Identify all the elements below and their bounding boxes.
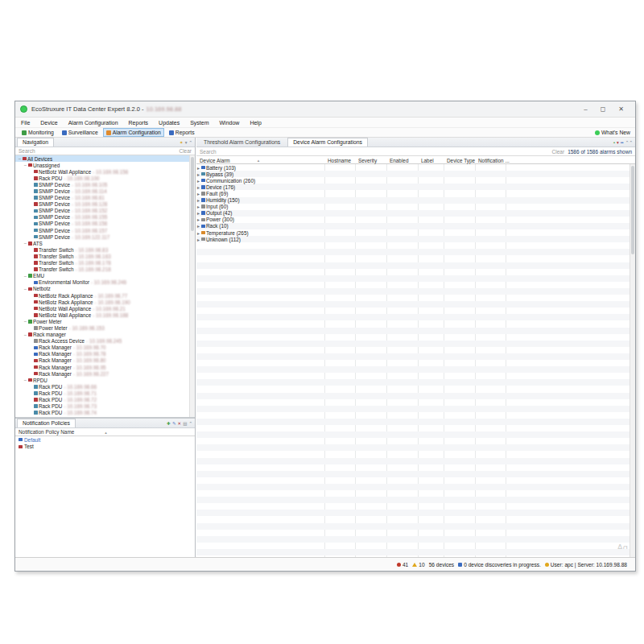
tree-item-snmp-device[interactable]: SNMP Device- 10.169.98.157 [15,227,195,233]
tree-item-rack-pdu[interactable]: Rack PDU- 10.169.98.71 [15,390,195,396]
notification-policy-row-default[interactable]: Default [15,436,195,444]
tree-item-rack-pdu[interactable]: Rack PDU- 10.169.98.72 [15,396,195,402]
collapse-icon[interactable]: − [23,332,27,337]
column-header-device-alarm[interactable]: Device Alarm▴ [200,156,259,164]
notification-policy-row-test[interactable]: Test [15,444,195,451]
alarm-category-battery[interactable]: ▸Battery (103) [196,164,236,171]
column-header-enabled[interactable]: Enabled [390,156,408,164]
perspective-monitoring[interactable]: Monitoring [19,128,57,137]
alarm-action-blue-icon[interactable]: ▪▪ [621,140,624,145]
tree-item-snmp-device[interactable]: SNMP Device- 10.169.122.117 [15,233,195,240]
column-header-device-type[interactable]: Device Type [447,156,475,164]
tree-item-netbotz-rack-appliance[interactable]: NetBotz Rack Appliance- 10.169.98.77 [15,292,195,299]
collapse-icon[interactable]: − [18,156,22,161]
tree-item-rack-manager[interactable]: −Rack manager [15,332,195,338]
tree-item-rack-pdu[interactable]: Rack PDU- 10.169.98.74 [15,410,195,416]
tree-item-power-meter[interactable]: −Power Meter [15,318,195,324]
navigation-scrollbar-thumb[interactable] [191,157,194,231]
alarm-scrollbar-thumb[interactable] [631,166,634,254]
perspective-alarm-configuration[interactable]: Alarm Configuration [103,128,164,137]
column-header-notification[interactable]: Notification ... [478,156,510,164]
tree-item-rack-manager[interactable]: Rack Manager- 10.169.98.227 [15,370,195,377]
tree-item-transfer-switch[interactable]: Transfer Switch- 10.169.98.178 [15,260,195,266]
tree-item-snmp-device[interactable]: SNMP Device- 10.169.98.156 [15,221,195,227]
menu-reports[interactable]: Reports [127,119,151,126]
expand-icon[interactable]: ▸ [196,191,200,196]
tree-item-unassigned[interactable]: −Unassigned [15,162,195,168]
expand-icon[interactable]: ▸ [196,210,200,216]
tree-item-netbotz-wall-appliance[interactable]: NetBotz Wall Appliance- 10.169.98.188 [15,312,195,318]
tree-item-environmental-monitor[interactable]: Environmental Monitor- 10.169.98.246 [15,279,195,286]
alarm-action-red-icon[interactable]: ▾ [617,140,619,145]
tree-item-snmp-device[interactable]: SNMP Device- 10.169.98.105 [15,181,195,188]
expand-icon[interactable]: ▸ [196,204,200,209]
tree-item-power-meter[interactable]: Power Meter- 10.169.98.153 [15,324,195,331]
alarm-category-power[interactable]: ▸Power (300) [196,217,234,223]
tree-item-snmp-device[interactable]: SNMP Device- 10.169.98.128 [15,201,195,208]
tree-item-rack-pdu[interactable]: Rack PDU- 10.169.98.73 [15,403,195,410]
tab-device-alarm-configurations[interactable]: Device Alarm Configurations [287,138,368,147]
alarm-search-input[interactable]: Search [200,149,217,155]
alarm-category-output[interactable]: ▸Output (42) [196,210,232,217]
alarm-category-rack[interactable]: ▸Rack (10) [196,223,229,229]
menu-system[interactable]: System [188,119,210,126]
minimize-panel-icon[interactable]: ▾ [185,140,188,145]
tree-item-rpdu[interactable]: −RPDU [15,377,195,383]
navigation-clear-button[interactable]: Clear [179,148,192,154]
alarm-action-green-icon[interactable]: ▪ [613,140,615,145]
tree-item-ats[interactable]: −ATS [15,240,195,246]
pin-icon[interactable]: ✦ [180,140,184,145]
tree-item-rack-pdu[interactable]: Rack PDU- 10.169.98.100 [15,175,195,181]
notification-policy-column-header[interactable]: Notification Policy Name ▴ [15,428,195,436]
maximize-panel-icon[interactable]: ⌃ [188,140,192,145]
expand-icon[interactable]: ▸ [196,230,200,236]
collapse-icon[interactable]: − [23,274,27,279]
menu-alarm-configuration[interactable]: Alarm Configuration [67,119,120,126]
tree-item-rack-manager[interactable]: Rack Manager- 10.169.98.78 [15,351,195,357]
tree-item-netbotz-rack-appliance[interactable]: NetBotz Rack Appliance- 10.169.98.190 [15,299,195,305]
alarm-category-communication[interactable]: ▸Communication (260) [196,177,255,184]
tree-item-snmp-device[interactable]: SNMP Device- 10.169.98.114 [15,188,195,194]
tree-item-rack-manager[interactable]: Rack Manager- 10.169.98.95 [15,364,195,370]
alarm-category-unknown[interactable]: ▸Unknown (112) [196,236,241,242]
tree-item-rack-manager[interactable]: Rack Manager- 10.169.98.70 [15,345,195,351]
tree-item-netbotz[interactable]: −Netbotz [15,286,195,292]
alarm-panel-collapse-icon[interactable]: ⌃⌃ [625,140,633,145]
tree-item-snmp-device[interactable]: SNMP Device- 10.169.98.152 [15,208,195,214]
alarm-category-input[interactable]: ▸Input (60) [196,204,228,210]
menu-device[interactable]: Device [39,119,59,126]
tree-item-all-devices[interactable]: −All Devices [15,155,195,162]
collapse-icon[interactable]: − [23,287,27,291]
tree-item-rack-access-device[interactable]: Rack Access Device- 10.169.98.245 [15,338,195,345]
column-header-hostname[interactable]: Hostname [328,156,351,164]
alarm-category-bypass[interactable]: ▸Bypass (39) [196,171,233,177]
alarm-category-temperature[interactable]: ▸Temperature (265) [196,229,249,236]
expand-icon[interactable]: ▸ [196,197,200,203]
close-icon[interactable]: ✕ [618,105,624,114]
navigation-scrollbar[interactable] [189,155,195,417]
menu-file[interactable]: File [19,119,31,126]
view-menu-icon[interactable]: ▤ [183,421,187,426]
alarm-scrollbar[interactable] [630,164,635,557]
maximize-icon[interactable]: ◻ [601,105,606,114]
column-header-severity[interactable]: Severity [358,156,377,164]
expand-icon[interactable]: ▸ [196,217,200,222]
tab-notification-policies[interactable]: Notification Policies [17,419,76,427]
tree-item-transfer-switch[interactable]: Transfer Switch- 10.169.98.83 [15,246,195,253]
collapse-icon[interactable]: − [23,378,27,382]
tab-navigation[interactable]: Navigation [17,138,54,147]
tree-item-transfer-switch[interactable]: Transfer Switch- 10.169.98.163 [15,253,195,259]
alarm-category-humidity[interactable]: ▸Humidity (150) [196,197,240,204]
perspective-surveillance[interactable]: Surveillance [59,128,101,137]
alarm-clear-button[interactable]: Clear [552,149,565,155]
tree-item-snmp-device[interactable]: SNMP Device- 10.169.98.155 [15,214,195,221]
tree-item-snmp-device[interactable]: SNMP Device- 10.169.98.61 [15,195,195,201]
collapse-icon[interactable]: − [23,163,27,167]
add-policy-icon[interactable]: ✚ [167,421,171,426]
collapse-icon[interactable]: − [23,241,27,246]
alarm-category-fault[interactable]: ▸Fault (69) [196,190,228,196]
column-header-label[interactable]: Label [421,156,434,164]
tab-threshold-alarm-configurations[interactable]: Threshold Alarm Configurations [198,138,286,147]
tree-item-rack-pdu[interactable]: Rack PDU- 10.169.98.66 [15,383,195,390]
whats-new-button[interactable]: What's New [595,130,635,135]
